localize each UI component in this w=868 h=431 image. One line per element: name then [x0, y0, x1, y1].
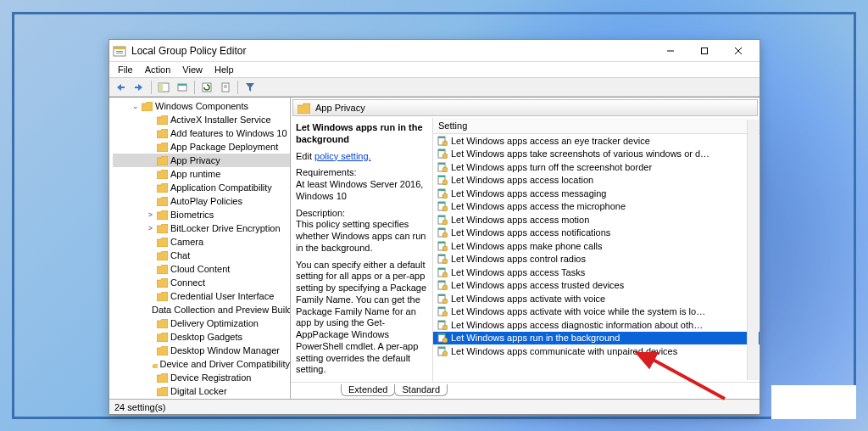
policy-label: Let Windows apps take screenshots of var…: [451, 148, 709, 159]
tree-node-root[interactable]: ⌄ Windows Components: [113, 99, 290, 113]
tree-item[interactable]: Cloud Content: [113, 262, 290, 276]
show-hide-tree-button[interactable]: [155, 80, 172, 95]
tree-item[interactable]: Credential User Interface: [113, 289, 290, 303]
tree-item[interactable]: Camera: [113, 235, 290, 249]
policy-list-item[interactable]: Let Windows apps access diagnostic infor…: [433, 318, 760, 332]
policy-list-item[interactable]: Let Windows apps make phone calls: [433, 239, 760, 253]
tree-label: ActiveX Installer Service: [170, 115, 271, 125]
tab-standard[interactable]: Standard: [394, 384, 448, 396]
svg-rect-43: [438, 242, 445, 243]
expand-icon[interactable]: >: [147, 210, 154, 219]
tree-item[interactable]: App Package Deployment: [113, 140, 290, 154]
policy-icon: [437, 175, 448, 185]
tree-label: Connect: [170, 277, 205, 288]
svg-rect-61: [438, 321, 445, 322]
collapse-icon[interactable]: ⌄: [131, 102, 139, 110]
close-button[interactable]: [726, 42, 751, 59]
policy-list-item[interactable]: Let Windows apps communicate with unpair…: [433, 344, 760, 358]
folder-icon: [157, 265, 168, 274]
svg-rect-19: [438, 137, 445, 138]
tree-label: Credential User Interface: [170, 291, 274, 301]
export-list-button[interactable]: [174, 80, 191, 95]
tree-item[interactable]: Digital Locker: [113, 384, 290, 398]
properties-button[interactable]: [217, 80, 234, 95]
policy-list-item[interactable]: Let Windows apps access trusted devices: [433, 279, 760, 293]
policy-list-item[interactable]: Let Windows apps access motion: [433, 213, 760, 227]
tab-extended[interactable]: Extended: [341, 384, 395, 396]
tree-item[interactable]: Add features to Windows 10: [113, 126, 290, 140]
svg-rect-25: [438, 163, 445, 165]
policy-icon: [437, 241, 448, 251]
policy-list-item[interactable]: Let Windows apps run in the background: [433, 332, 760, 345]
tree-label: Camera: [170, 237, 203, 247]
folder-icon: [157, 292, 168, 301]
tree-panel[interactable]: ⌄ Windows Components ActiveX Installer S…: [109, 98, 291, 399]
svg-rect-31: [438, 189, 445, 191]
policy-list-item[interactable]: Let Windows apps activate with voice: [433, 292, 760, 305]
column-header-setting[interactable]: Setting: [433, 118, 760, 134]
policy-icon: [437, 294, 448, 304]
tree-label: App Privacy: [170, 155, 220, 165]
policy-icon: [437, 320, 448, 330]
tree-item[interactable]: App runtime: [113, 167, 290, 181]
tree-item[interactable]: Data Collection and Preview Builc: [113, 303, 290, 316]
scrollbar[interactable]: [747, 120, 759, 380]
folder-icon: [153, 360, 158, 369]
svg-rect-22: [438, 149, 445, 151]
policy-label: Let Windows apps communicate with unpair…: [451, 346, 677, 356]
folder-icon: [157, 210, 168, 220]
minimize-button[interactable]: [658, 42, 683, 59]
policy-label: Let Windows apps activate with voice: [451, 294, 605, 304]
policy-list-item[interactable]: Let Windows apps access an eye tracker d…: [433, 134, 760, 148]
folder-icon: [157, 373, 168, 383]
filter-button[interactable]: [242, 80, 259, 95]
policy-list-item[interactable]: Let Windows apps turn off the screenshot…: [433, 160, 760, 174]
folder-icon: [157, 238, 168, 247]
policy-list-item[interactable]: Let Windows apps control radios: [433, 253, 760, 266]
policy-label: Let Windows apps run in the background: [451, 333, 620, 343]
tree-item[interactable]: >Biometrics: [113, 208, 290, 221]
tree-item[interactable]: Application Compatibility: [113, 181, 290, 194]
tree-item[interactable]: Delivery Optimization: [113, 316, 290, 330]
settings-list[interactable]: Setting Let Windows apps access an eye t…: [433, 118, 760, 382]
menu-action[interactable]: Action: [140, 64, 176, 76]
policy-list-item[interactable]: Let Windows apps access messaging: [433, 187, 760, 200]
right-panel: App Privacy Let Windows apps run in the …: [291, 98, 760, 399]
expand-icon[interactable]: >: [147, 224, 154, 232]
policy-list-item[interactable]: Let Windows apps activate with voice whi…: [433, 305, 760, 319]
titlebar[interactable]: Local Group Policy Editor: [109, 40, 760, 62]
tree-item[interactable]: App Privacy: [113, 154, 290, 167]
policy-heading: Let Windows apps run in the background: [296, 122, 427, 146]
svg-point-20: [442, 141, 448, 146]
policy-list-item[interactable]: Let Windows apps access notifications: [433, 227, 760, 240]
tree-item[interactable]: Desktop Gadgets: [113, 330, 290, 344]
policy-icon: [437, 267, 448, 277]
policy-list-item[interactable]: Let Windows apps access the microphone: [433, 200, 760, 214]
back-button[interactable]: [112, 80, 129, 95]
tree-item[interactable]: AutoPlay Policies: [113, 194, 290, 208]
tree-item[interactable]: ActiveX Installer Service: [113, 113, 290, 126]
policy-icon: [437, 333, 448, 343]
forward-button[interactable]: [131, 80, 147, 95]
menu-view[interactable]: View: [177, 64, 208, 76]
policy-icon: [437, 136, 448, 146]
svg-rect-64: [438, 333, 445, 335]
policy-list-item[interactable]: Let Windows apps access Tasks: [433, 266, 760, 279]
menu-file[interactable]: File: [113, 64, 138, 76]
policy-list-item[interactable]: Let Windows apps take screenshots of var…: [433, 148, 760, 161]
tree-item[interactable]: Device and Driver Compatibility: [113, 357, 290, 371]
maximize-button[interactable]: [692, 42, 717, 59]
tree-item[interactable]: Desktop Window Manager: [113, 344, 290, 357]
refresh-button[interactable]: [198, 80, 215, 95]
tree-item[interactable]: >BitLocker Drive Encryption: [113, 221, 290, 235]
tree-item[interactable]: Connect: [113, 276, 290, 289]
policy-icon: [437, 280, 448, 290]
policy-list-item[interactable]: Let Windows apps access location: [433, 174, 760, 188]
tree-item[interactable]: Device Registration: [113, 371, 290, 384]
edit-policy-link[interactable]: policy setting.: [314, 151, 371, 161]
req-label: Requirements:: [296, 167, 357, 177]
policy-label: Let Windows apps access diagnostic infor…: [451, 320, 703, 330]
menu-help[interactable]: Help: [209, 64, 239, 76]
tree-item[interactable]: Chat: [113, 249, 290, 262]
folder-icon: [157, 115, 168, 125]
